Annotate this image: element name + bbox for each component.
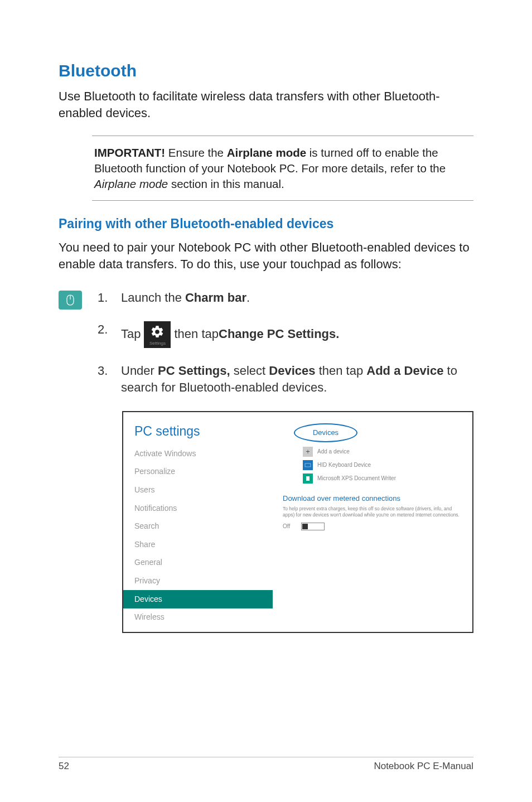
sidebar-item[interactable]: General [123, 554, 273, 572]
step3-b: PC Settings, [158, 364, 230, 378]
step-number: 2. [98, 321, 121, 348]
step1-seg-a: Launch the [121, 291, 185, 305]
document-icon [303, 474, 313, 484]
add-device-row[interactable]: + Add a device [303, 447, 462, 457]
callout-ital: Airplane mode [94, 177, 168, 190]
page-footer: 52 Notebook PC E-Manual [59, 757, 473, 772]
sidebar-item[interactable]: Search [123, 518, 273, 536]
callout-seg1: Ensure the [165, 146, 227, 159]
step-number: 1. [98, 289, 121, 307]
sidebar-item[interactable]: Personalize [123, 463, 273, 481]
intro-text: Use Bluetooth to facilitate wireless dat… [59, 88, 473, 121]
sidebar-item[interactable]: Ease of Access [123, 626, 273, 633]
keyboard-icon [303, 460, 313, 470]
settings-tile-icon: Settings [144, 321, 171, 348]
sidebar-item[interactable]: Devices [123, 590, 273, 608]
step3-f: Add a Device [366, 364, 443, 378]
toggle-label: Off [283, 523, 290, 530]
sidebar-item[interactable]: Wireless [123, 608, 273, 627]
sidebar-title: PC settings [123, 422, 273, 445]
callout-strong: IMPORTANT! [94, 146, 165, 159]
step3-a: Under [121, 364, 158, 378]
metered-heading: Download over metered connections [283, 494, 462, 504]
page-number: 52 [59, 761, 69, 772]
plus-icon: + [303, 447, 313, 457]
subsection-title: Pairing with other Bluetooth-enabled dev… [59, 216, 473, 231]
step1-bold: Charm bar [185, 291, 246, 305]
metered-description: To help prevent extra charges, keep this… [283, 506, 462, 518]
svg-rect-5 [306, 476, 309, 481]
step3-d: Devices [269, 364, 315, 378]
sidebar-item[interactable]: Notifications [123, 499, 273, 518]
step3-c: select [230, 364, 269, 378]
step-1: 1. Launch the Charm bar. [98, 289, 473, 307]
device-label: Microsoft XPS Document Writer [317, 475, 396, 482]
sidebar-item[interactable]: Activate Windows [123, 445, 273, 463]
section-title: Bluetooth [59, 61, 473, 80]
sidebar-item[interactable]: Privacy [123, 572, 273, 591]
step-2: 2. Tap Settings then tap Change PC Setti… [98, 321, 473, 348]
metered-toggle[interactable] [301, 523, 325, 530]
settings-tile-label: Settings [144, 340, 171, 346]
content-panel: Devices + Add a device HID Keyboard Devi… [273, 412, 472, 632]
device-row[interactable]: Microsoft XPS Document Writer [303, 474, 462, 484]
step2-bold: Change PC Settings. [219, 326, 339, 343]
sidebar-item[interactable]: Share [123, 535, 273, 554]
step-number: 3. [98, 363, 121, 397]
step3-e: then tap [316, 364, 367, 378]
sidebar-item[interactable]: Users [123, 481, 273, 500]
doc-title: Notebook PC E-Manual [374, 761, 473, 772]
device-label: HID Keyboard Device [317, 461, 371, 469]
sidebar: PC settings Activate WindowsPersonalizeU… [123, 412, 273, 632]
step-3: 3. Under PC Settings, select Devices the… [98, 363, 473, 397]
step1-seg-c: . [246, 291, 250, 305]
subsection-intro: You need to pair your Notebook PC with o… [59, 239, 473, 272]
step2-seg-a: Tap [121, 326, 141, 343]
pc-settings-screenshot: PC settings Activate WindowsPersonalizeU… [122, 411, 473, 633]
important-callout: IMPORTANT! Ensure the Airplane mode is t… [92, 136, 473, 201]
callout-seg3: section in this manual. [168, 177, 284, 190]
device-row[interactable]: HID Keyboard Device [303, 460, 462, 470]
devices-heading: Devices [294, 423, 357, 442]
callout-bold1: Airplane mode [227, 146, 306, 159]
add-device-label: Add a device [317, 448, 350, 456]
step2-seg-b: then tap [174, 326, 219, 343]
touchpad-icon [59, 291, 82, 310]
